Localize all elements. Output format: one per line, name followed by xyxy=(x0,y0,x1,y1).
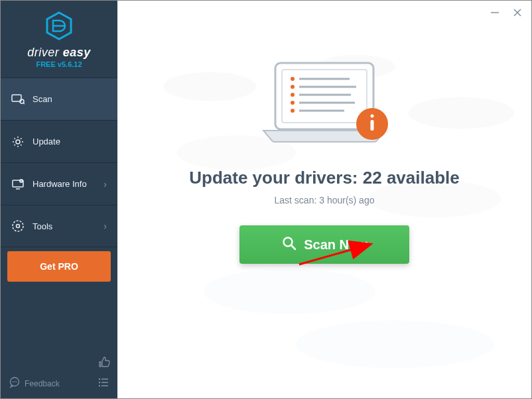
sidebar-item-tools[interactable]: Tools › xyxy=(1,205,117,247)
nav: Scan Update i Hardware Info › Tools xyxy=(1,74,117,247)
tools-icon xyxy=(11,219,26,233)
svg-point-9 xyxy=(13,221,23,231)
app-window: driver easy FREE v5.6.12 Scan Update i xyxy=(0,0,532,399)
scan-icon xyxy=(11,93,26,106)
monitor-info-icon: i xyxy=(11,178,26,191)
sidebar-item-label: Scan xyxy=(33,94,52,104)
logo-area: driver easy FREE v5.6.12 xyxy=(1,1,117,74)
svg-point-39 xyxy=(291,101,295,105)
svg-point-17 xyxy=(99,382,100,383)
svg-rect-32 xyxy=(282,70,367,123)
sidebar-item-label: Update xyxy=(33,137,60,146)
svg-point-41 xyxy=(291,109,295,113)
svg-point-33 xyxy=(291,77,295,81)
svg-line-3 xyxy=(23,103,25,104)
svg-point-10 xyxy=(17,225,20,228)
thumbs-up-icon[interactable] xyxy=(98,355,111,371)
svg-point-12 xyxy=(13,381,14,382)
brand-name: driver easy xyxy=(1,46,117,60)
svg-point-13 xyxy=(14,381,15,382)
get-pro-button[interactable]: Get PRO xyxy=(7,251,111,282)
feedback-button[interactable]: Feedback xyxy=(1,372,117,398)
svg-point-15 xyxy=(99,378,100,380)
content: Update your drivers: 22 available Last s… xyxy=(117,1,531,264)
svg-point-19 xyxy=(99,385,100,386)
svg-point-44 xyxy=(371,115,374,118)
sidebar-item-scan[interactable]: Scan xyxy=(1,78,117,120)
get-pro-label: Get PRO xyxy=(40,261,78,272)
sidebar: driver easy FREE v5.6.12 Scan Update i xyxy=(1,1,117,398)
headline: Update your drivers: 22 available xyxy=(117,168,531,188)
version-label: FREE v5.6.12 xyxy=(1,60,117,68)
svg-point-4 xyxy=(16,140,20,144)
svg-point-37 xyxy=(291,93,295,97)
svg-point-30 xyxy=(296,320,494,368)
sidebar-item-update[interactable]: Update xyxy=(1,120,117,162)
svg-rect-45 xyxy=(371,120,374,131)
svg-line-47 xyxy=(291,245,295,249)
svg-point-35 xyxy=(291,85,295,89)
chevron-right-icon: › xyxy=(103,179,107,190)
sidebar-item-label: Tools xyxy=(33,221,52,231)
scan-now-label: Scan Now xyxy=(304,237,367,253)
sidebar-item-hardware[interactable]: i Hardware Info › xyxy=(1,162,117,205)
gear-icon xyxy=(11,135,26,148)
list-icon[interactable] xyxy=(98,376,109,390)
scan-now-button[interactable]: Scan Now xyxy=(239,225,409,264)
svg-point-14 xyxy=(16,381,17,382)
laptop-illustration xyxy=(251,58,397,153)
main-panel: Update your drivers: 22 available Last s… xyxy=(117,1,531,398)
feedback-label: Feedback xyxy=(25,379,60,388)
logo-icon xyxy=(1,10,117,42)
sidebar-item-label: Hardware Info xyxy=(33,179,87,189)
last-scan-label: Last scan: 3 hour(s) ago xyxy=(117,195,531,205)
svg-point-29 xyxy=(204,269,375,314)
bottom-icons xyxy=(1,351,117,372)
chevron-right-icon: › xyxy=(103,221,107,231)
chat-icon xyxy=(9,376,21,390)
search-icon xyxy=(281,235,297,255)
